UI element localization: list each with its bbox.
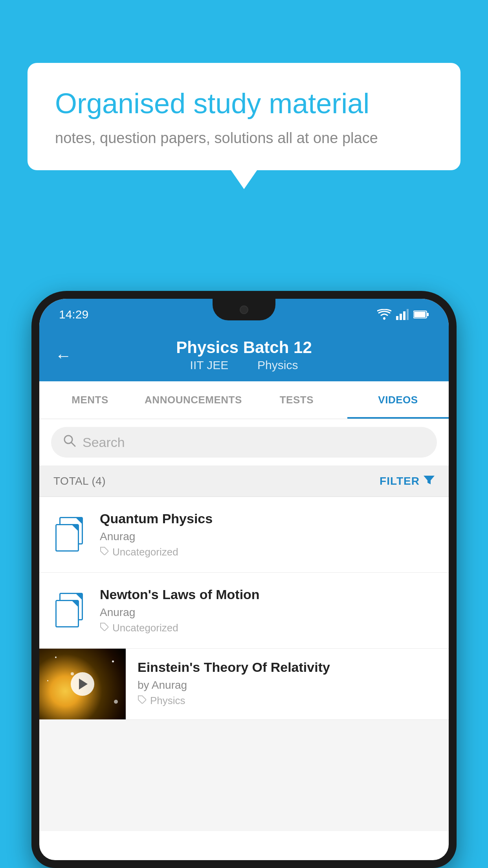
star-5 xyxy=(47,680,48,681)
tab-ments[interactable]: MENTS xyxy=(39,381,141,419)
screen-content: Search TOTAL (4) FILTER xyxy=(39,419,449,831)
video-thumbnail xyxy=(39,649,126,719)
tag-label: Physics xyxy=(150,695,185,707)
svg-rect-7 xyxy=(414,312,426,317)
phone-screen: 14:29 xyxy=(39,299,449,860)
video-author: by Anurag xyxy=(138,679,437,691)
svg-line-9 xyxy=(71,442,75,446)
speech-bubble-container: Organised study material notes, question… xyxy=(28,63,460,170)
tag-icon xyxy=(100,622,109,634)
star-2 xyxy=(71,672,74,675)
video-tag: Uncategorized xyxy=(100,546,435,558)
video-title: Quantum Physics xyxy=(100,511,435,526)
play-icon xyxy=(79,679,88,690)
list-item[interactable]: Einstein's Theory Of Relativity by Anura… xyxy=(39,649,449,720)
svg-rect-4 xyxy=(407,309,409,320)
header-subject: Physics xyxy=(257,359,298,371)
video-tag: Physics xyxy=(138,695,437,707)
list-item[interactable]: Quantum Physics Anurag Uncategorized xyxy=(39,497,449,573)
star-1 xyxy=(55,657,57,658)
tag-label: Uncategorized xyxy=(112,622,178,634)
video-file-icon xyxy=(53,593,89,628)
status-icons xyxy=(377,309,429,320)
play-button[interactable] xyxy=(71,672,94,696)
phone-frame: 14:29 xyxy=(31,291,457,868)
wifi-icon xyxy=(377,309,391,320)
notch xyxy=(213,299,275,320)
video-title: Einstein's Theory Of Relativity xyxy=(138,660,437,675)
filter-row: TOTAL (4) FILTER xyxy=(39,465,449,497)
signal-icon xyxy=(396,309,409,320)
search-bar-container: Search xyxy=(39,419,449,465)
file-icon-front xyxy=(55,524,79,552)
file-icon-front xyxy=(55,600,79,627)
filter-button[interactable]: FILTER xyxy=(380,474,435,488)
header-course: IIT JEE xyxy=(190,359,229,371)
status-bar: 14:29 xyxy=(39,299,449,330)
list-item[interactable]: Newton's Laws of Motion Anurag Uncategor… xyxy=(39,573,449,649)
tab-tests[interactable]: TESTS xyxy=(246,381,347,419)
video-author: Anurag xyxy=(100,606,435,619)
tag-label: Uncategorized xyxy=(112,546,178,558)
svg-point-0 xyxy=(383,317,385,320)
app-header: ← Physics Batch 12 IIT JEE Physics xyxy=(39,330,449,381)
header-subtitle: IIT JEE Physics xyxy=(184,359,305,372)
svg-rect-1 xyxy=(396,316,398,320)
bubble-subtitle: notes, question papers, solutions all at… xyxy=(55,130,433,147)
svg-rect-2 xyxy=(400,314,402,320)
status-time: 14:29 xyxy=(59,308,88,321)
video-file-icon xyxy=(53,517,89,552)
search-placeholder: Search xyxy=(83,435,125,450)
star-3 xyxy=(112,660,114,662)
search-bar[interactable]: Search xyxy=(51,427,437,458)
bubble-title: Organised study material xyxy=(55,86,433,120)
svg-marker-10 xyxy=(424,476,435,484)
tab-videos[interactable]: VIDEOS xyxy=(347,381,449,419)
tag-icon xyxy=(138,695,147,707)
svg-rect-6 xyxy=(427,313,429,316)
tag-icon xyxy=(100,546,109,558)
tab-announcements[interactable]: ANNOUNCEMENTS xyxy=(141,381,246,419)
filter-icon xyxy=(424,474,435,488)
header-title: Physics Batch 12 xyxy=(176,338,312,357)
video-author: Anurag xyxy=(100,530,435,543)
video-info: Newton's Laws of Motion Anurag Uncategor… xyxy=(100,587,435,634)
video-info: Quantum Physics Anurag Uncategorized xyxy=(100,511,435,558)
back-button[interactable]: ← xyxy=(55,346,72,365)
tabs-bar: MENTS ANNOUNCEMENTS TESTS VIDEOS xyxy=(39,381,449,419)
svg-rect-3 xyxy=(403,311,405,320)
total-count: TOTAL (4) xyxy=(53,475,106,487)
video-title: Newton's Laws of Motion xyxy=(100,587,435,602)
search-icon xyxy=(63,434,76,451)
video-info: Einstein's Theory Of Relativity by Anura… xyxy=(126,649,449,718)
star-4 xyxy=(114,700,118,704)
battery-icon xyxy=(413,310,429,319)
video-tag: Uncategorized xyxy=(100,622,435,634)
camera xyxy=(240,305,248,314)
speech-bubble: Organised study material notes, question… xyxy=(28,63,460,170)
video-list: Quantum Physics Anurag Uncategorized xyxy=(39,497,449,720)
